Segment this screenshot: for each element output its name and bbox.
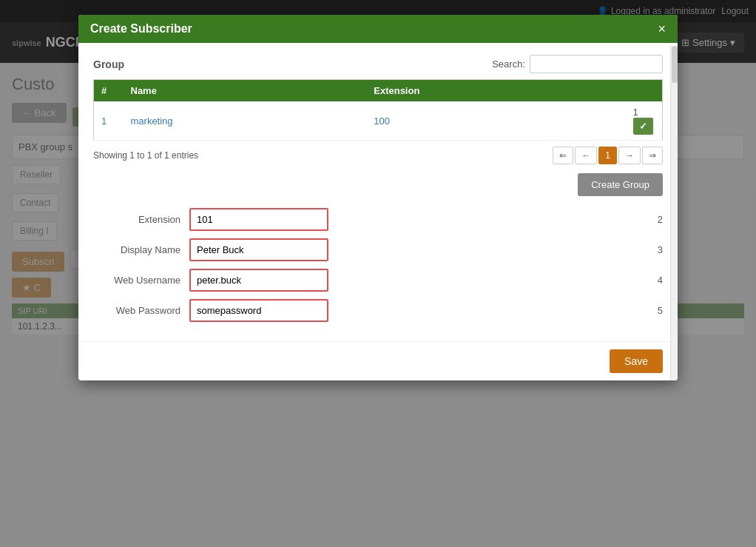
modal-overlay: Create Subscriber × Group Search: — [0, 0, 756, 547]
web-username-row: Web Username 4 — [93, 269, 663, 292]
web-password-input[interactable] — [189, 299, 328, 322]
col-header-num: # — [94, 80, 124, 102]
web-password-row: Web Password 5 — [93, 299, 663, 322]
web-username-wrapper — [189, 269, 652, 292]
select-group-checkbox[interactable] — [633, 118, 653, 135]
row-action: 1 — [626, 101, 663, 141]
row-name: marketing — [124, 101, 367, 141]
col-header-action — [626, 80, 663, 102]
display-name-row: Display Name 3 — [93, 238, 663, 261]
web-username-badge: 4 — [658, 275, 663, 286]
pagination-area: Showing 1 to 1 of 1 entries ⇐ ← 1 → ⇒ — [93, 147, 663, 164]
web-username-label: Web Username — [93, 275, 189, 286]
page-first-button[interactable]: ⇐ — [553, 147, 573, 164]
table-body: 1 marketing 100 1 — [94, 101, 663, 141]
row-num: 1 — [94, 101, 124, 141]
display-name-label: Display Name — [93, 244, 189, 255]
table-header: # Name Extension — [94, 80, 663, 102]
display-name-wrapper — [189, 238, 652, 261]
extension-badge: 2 — [658, 214, 663, 225]
web-password-wrapper — [189, 299, 652, 322]
scroll-thumb — [672, 46, 678, 83]
save-button[interactable]: Save — [610, 349, 663, 373]
pagination-buttons: ⇐ ← 1 → ⇒ — [553, 147, 663, 164]
modal-close-button[interactable]: × — [658, 22, 666, 36]
page-next-button[interactable]: → — [618, 147, 641, 164]
col-header-extension: Extension — [366, 80, 625, 102]
row-number-badge: 1 — [633, 107, 638, 118]
table-row: 1 marketing 100 1 — [94, 101, 663, 141]
group-section: Group Search: # Name Extension — [93, 55, 663, 196]
web-username-input[interactable] — [189, 269, 328, 292]
scroll-track[interactable] — [670, 46, 678, 380]
create-group-button[interactable]: Create Group — [578, 173, 663, 196]
search-label: Search: — [492, 58, 525, 70]
extension-input[interactable] — [189, 208, 328, 231]
create-group-row: Create Group — [93, 173, 663, 196]
modal-body: Group Search: # Name Extension — [78, 43, 678, 341]
modal-header: Create Subscriber × — [78, 15, 678, 43]
display-name-input[interactable] — [189, 238, 328, 261]
group-header-row: Group Search: — [93, 55, 663, 73]
search-input[interactable] — [530, 55, 663, 73]
extension-wrapper — [189, 208, 652, 231]
display-name-badge: 3 — [658, 244, 663, 255]
web-password-label: Web Password — [93, 305, 189, 316]
page-last-button[interactable]: ⇒ — [642, 147, 663, 164]
row-extension: 100 — [366, 101, 625, 141]
page-prev-button[interactable]: ← — [575, 147, 597, 164]
web-password-badge: 5 — [658, 305, 663, 316]
page-1-button[interactable]: 1 — [598, 147, 617, 164]
showing-text: Showing 1 to 1 of 1 entries — [93, 150, 198, 161]
modal-footer: Save — [78, 341, 678, 380]
create-subscriber-modal: Create Subscriber × Group Search: — [78, 15, 678, 380]
search-area: Search: — [492, 55, 663, 73]
groups-table: # Name Extension 1 marketing 100 1 — [93, 79, 663, 141]
extension-row: Extension 2 — [93, 208, 663, 231]
group-label: Group — [93, 58, 152, 70]
extension-label: Extension — [93, 214, 189, 225]
col-header-name: Name — [124, 80, 367, 102]
modal-title: Create Subscriber — [90, 22, 192, 36]
